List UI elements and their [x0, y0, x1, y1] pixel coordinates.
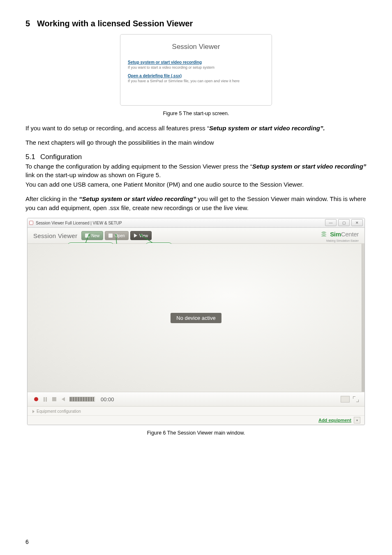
setup-system-link[interactable]: Setup system or start video recording [128, 60, 264, 65]
play-icon [134, 234, 137, 238]
subsection-number: 5.1 [25, 153, 40, 161]
add-equipment-dropdown[interactable]: ▾ [354, 417, 360, 423]
paragraph-5: After clicking in the “Setup system or s… [25, 194, 367, 212]
simcenter-brand: SimCenter Making Simulation Easier [320, 230, 359, 238]
window-titlebar: Session Viewer Full Licensed | VIEW & SE… [28, 218, 364, 228]
elapsed-time: 00:00 [101, 396, 114, 402]
add-equipment-bar: Add equipment ▾ [28, 415, 364, 425]
brand-tagline: Making Simulation Easier [326, 239, 359, 242]
figure5-caption: Figure 5 The start-up screen. [25, 111, 367, 116]
emph-setup-2: Setup system or start video recording” [252, 163, 367, 170]
new-button[interactable]: New [81, 231, 103, 240]
maximize-button[interactable]: ▢ [338, 219, 350, 226]
section-title: Working with a licensed Session Viewer [37, 19, 193, 28]
mute-button[interactable] [60, 396, 66, 402]
keyboard-button[interactable] [341, 396, 350, 402]
section-number: 5 [25, 19, 37, 28]
expand-icon [32, 410, 35, 413]
toolbar: Session Viewer New Open View SimCenter M… [28, 228, 364, 244]
equipment-config-header[interactable]: Equipment configuration [28, 406, 364, 415]
open-debriefing-sub: If you have a SimPad or SimView file, yo… [128, 79, 264, 83]
speaker-icon [62, 397, 65, 401]
fullscreen-icon [353, 396, 359, 402]
stop-button[interactable] [51, 396, 57, 402]
preview-canvas: No device active [28, 244, 364, 392]
toolbar-app-label: Session Viewer [33, 232, 77, 239]
paragraph-4: You can add one USB camera, one Patient … [25, 180, 367, 189]
emph-setup-1: Setup system or start video recording”. [209, 125, 325, 132]
fullscreen-button[interactable] [353, 396, 359, 402]
subsection-heading: 5.1Configuration [25, 153, 367, 161]
new-icon [85, 234, 89, 238]
setup-system-sub: If you want to start a video recording o… [128, 65, 264, 69]
pause-button[interactable] [42, 396, 48, 402]
view-button[interactable]: View [130, 231, 152, 240]
section-heading: 5Working with a licensed Session Viewer [25, 19, 367, 28]
no-device-label: No device active [171, 313, 221, 323]
minimize-button[interactable]: — [325, 219, 337, 226]
record-button[interactable] [33, 396, 39, 402]
open-button[interactable]: Open [105, 231, 128, 240]
emph-setup-3: “Setup system or start video recording” [79, 195, 196, 202]
open-debriefing-link[interactable]: Open a debriefing file (.ssx) [128, 74, 264, 78]
window-title: Session Viewer Full Licensed | VIEW & SE… [36, 221, 122, 225]
open-icon [108, 234, 113, 238]
paragraph-3: To change the configuration by adding eq… [25, 162, 367, 180]
paragraph-1: If you want to do setup or recording, an… [25, 124, 367, 132]
playback-bar: 00:00 [28, 392, 364, 406]
paragraph-2: The next chapters will go through the po… [25, 138, 367, 147]
stop-icon [52, 397, 56, 401]
simcenter-logo-icon [320, 230, 327, 238]
volume-meter[interactable] [69, 397, 95, 402]
app-icon [29, 221, 33, 225]
page-number: 6 [25, 539, 29, 545]
pause-icon [44, 397, 47, 402]
add-equipment-link[interactable]: Add equipment [318, 418, 351, 423]
record-icon [34, 397, 38, 401]
startup-dialog: Session Viewer Setup system or start vid… [120, 34, 272, 106]
close-button[interactable]: ✕ [351, 219, 363, 226]
session-viewer-window: Session Viewer Full Licensed | VIEW & SE… [27, 218, 365, 425]
figure6-caption: Figure 6 The Session Viewer main window. [25, 430, 367, 436]
subsection-title: Configuration [40, 153, 82, 161]
startup-title: Session Viewer [128, 43, 264, 51]
